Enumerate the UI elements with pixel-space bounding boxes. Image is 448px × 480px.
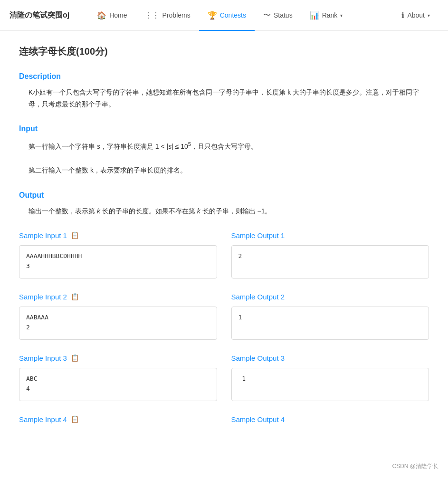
problems-icon: ⋮⋮ [144, 11, 160, 20]
output-heading: Output [19, 191, 429, 200]
problem-title: 连续字母长度(100分) [19, 45, 429, 58]
output-line1: 输出一个整数，表示第 k 长的子串的长度。如果不存在第 k 长的子串，则输出 −… [29, 205, 429, 217]
sample-input-col-1: Sample Input 1 📋 AAAAHHHBBCDHHHH3 [19, 231, 217, 278]
sample-row-4: Sample Input 4 📋 Sample Output 4 [19, 415, 429, 429]
nav-problems-label: Problems [162, 11, 191, 19]
main-content: 连续字母长度(100分) Description K小姐有一个只包含大写字母的字… [0, 31, 448, 458]
sample-input-col-3: Sample Input 3 📋 ABC4 [19, 354, 217, 401]
sample-output-label-3: Sample Output 3 [231, 354, 429, 362]
sample-output-col-2: Sample Output 2 1 [231, 293, 429, 340]
input-line1: 第一行输入一个字符串 s，字符串长度满足 1 < |s| ≤ 105，且只包含大… [29, 139, 429, 153]
home-icon: 🏠 [97, 11, 106, 20]
sample-input-label-3: Sample Input 3 📋 [19, 354, 217, 362]
nav-contests[interactable]: 🏆 Contests [199, 0, 255, 31]
copy-icon-1[interactable]: 📋 [71, 231, 79, 239]
sample-input-label-2: Sample Input 2 📋 [19, 293, 217, 301]
input-heading: Input [19, 125, 429, 133]
sample-input-col-2: Sample Input 2 📋 AABAAA2 [19, 293, 217, 340]
sample-output-col-3: Sample Output 3 -1 [231, 354, 429, 401]
sample-output-box-3: -1 [231, 368, 429, 401]
about-icon: ℹ [401, 11, 404, 20]
sample-output-box-1: 2 [231, 245, 429, 278]
nav-rank[interactable]: 📊 Rank ▾ [301, 0, 352, 31]
rank-dropdown-icon: ▾ [340, 13, 343, 18]
sample-input-col-4: Sample Input 4 📋 [19, 415, 217, 429]
sample-input-box-2: AABAAA2 [19, 307, 217, 340]
nav-items: 🏠 Home ⋮⋮ Problems 🏆 Contests 〜 Status 📊… [88, 0, 393, 31]
copy-icon-3[interactable]: 📋 [71, 354, 79, 362]
about-dropdown-icon: ▾ [428, 13, 430, 18]
copy-icon-2[interactable]: 📋 [71, 293, 79, 300]
sample-output-label-2: Sample Output 2 [231, 293, 429, 301]
description-heading: Description [19, 72, 429, 81]
sample-input-label-1: Sample Input 1 📋 [19, 231, 217, 240]
contests-icon: 🏆 [208, 11, 217, 20]
output-section: Output 输出一个整数，表示第 k 长的子串的长度。如果不存在第 k 长的子… [19, 191, 429, 217]
sample-output-label-1: Sample Output 1 [231, 231, 429, 240]
nav-contests-label: Contests [220, 11, 246, 19]
input-section: Input 第一行输入一个字符串 s，字符串长度满足 1 < |s| ≤ 105… [19, 125, 429, 176]
description-body: K小姐有一个只包含大写字母的字符串，她想知道在所有包含同一字母的子串中，长度第 … [19, 86, 429, 110]
sample-input-box-1: AAAAHHHBBCDHHHH3 [19, 245, 217, 278]
nav-status[interactable]: 〜 Status [255, 0, 301, 31]
rank-icon: 📊 [310, 11, 319, 20]
input-line2: 第二行输入一个整数 k，表示要求的子串长度的排名。 [29, 164, 429, 176]
sample-output-col-4: Sample Output 4 [231, 415, 429, 429]
sample-input-label-4: Sample Input 4 📋 [19, 415, 217, 423]
status-icon: 〜 [263, 10, 271, 20]
output-body: 输出一个整数，表示第 k 长的子串的长度。如果不存在第 k 长的子串，则输出 −… [19, 205, 429, 217]
sample-input-box-3: ABC4 [19, 368, 217, 401]
description-section: Description K小姐有一个只包含大写字母的字符串，她想知道在所有包含同… [19, 72, 429, 110]
nav-rank-label: Rank [322, 11, 338, 19]
input-body: 第一行输入一个字符串 s，字符串长度满足 1 < |s| ≤ 105，且只包含大… [19, 139, 429, 176]
nav-right: ℹ About ▾ [393, 0, 438, 31]
sample-output-label-4: Sample Output 4 [231, 415, 429, 423]
nav-about[interactable]: ℹ About ▾ [393, 0, 438, 31]
nav-status-label: Status [274, 11, 293, 19]
samples-section: Sample Input 1 📋 AAAAHHHBBCDHHHH3 Sample… [19, 231, 429, 429]
brand-logo: 清隆の笔试突围oj [10, 10, 69, 20]
sample-row-3: Sample Input 3 📋 ABC4 Sample Output 3 -1 [19, 354, 429, 401]
sample-output-box-2: 1 [231, 307, 429, 340]
sample-row-2: Sample Input 2 📋 AABAAA2 Sample Output 2… [19, 293, 429, 340]
sample-output-col-1: Sample Output 1 2 [231, 231, 429, 278]
sample-row-1: Sample Input 1 📋 AAAAHHHBBCDHHHH3 Sample… [19, 231, 429, 278]
nav-home[interactable]: 🏠 Home [88, 0, 135, 31]
nav-about-label: About [407, 11, 425, 19]
nav-home-label: Home [109, 11, 127, 19]
nav-problems[interactable]: ⋮⋮ Problems [136, 0, 199, 31]
copy-icon-4[interactable]: 📋 [71, 415, 79, 423]
